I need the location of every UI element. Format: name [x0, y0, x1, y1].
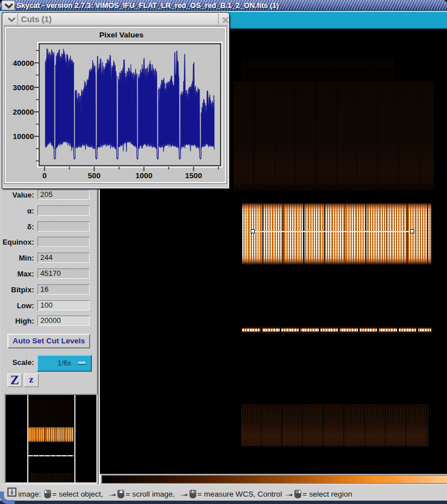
svg-text:1000: 1000	[136, 171, 153, 180]
svg-text:0: 0	[43, 171, 47, 180]
svg-text:10000: 10000	[12, 132, 34, 141]
svg-text:40000: 40000	[12, 59, 34, 68]
svg-text:20000: 20000	[12, 108, 34, 116]
svg-text:1500: 1500	[185, 171, 202, 180]
svg-text:Pixel Values: Pixel Values	[99, 31, 144, 39]
svg-text:30000: 30000	[12, 83, 34, 92]
svg-text:500: 500	[88, 171, 101, 180]
